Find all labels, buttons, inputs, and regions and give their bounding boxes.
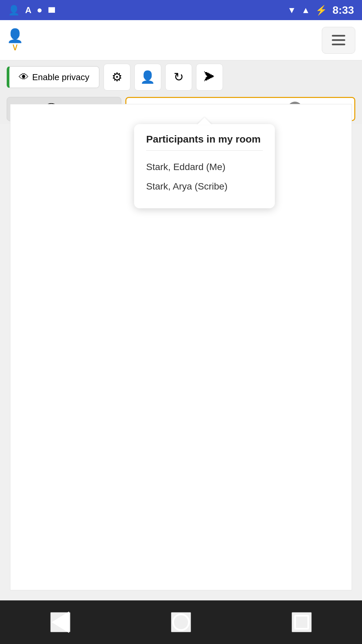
participant-item-2: Stark, Arya (Scribe) [146, 177, 263, 196]
exit-icon: ⮞ [203, 70, 216, 84]
person-status-icon: 👤 [8, 5, 20, 16]
logo-chevron-icon: ∨ [11, 41, 19, 53]
battery-icon: ⚡ [315, 5, 327, 16]
dropdown-arrow [197, 117, 212, 125]
signal-icon: ▲ [301, 5, 310, 15]
hamburger-lines [332, 35, 345, 45]
app-logo: 👤 ∨ [7, 28, 23, 53]
refresh-button[interactable]: ↻ [165, 64, 192, 91]
bottom-nav-bar [0, 600, 362, 644]
hamburger-menu-button[interactable] [322, 27, 355, 54]
settings-icon: ⚙ [112, 70, 122, 84]
toolbar: 👁 Enable privacy ⚙ 👤 ↻ ⮞ [0, 60, 362, 94]
back-icon [52, 611, 69, 633]
status-bar-right: ▼ ▲ ⚡ 8:33 [287, 4, 354, 16]
recent-icon [294, 615, 309, 630]
person-icon: 👤 [140, 70, 155, 84]
back-button[interactable] [50, 612, 70, 632]
grid-status-icon: ⯀ [48, 5, 56, 15]
hamburger-line-2 [332, 39, 345, 41]
dropdown-title: Participants in my room [146, 133, 263, 151]
person-button[interactable]: 👤 [134, 64, 161, 91]
a-status-icon: A [25, 5, 32, 15]
exit-button[interactable]: ⮞ [196, 64, 223, 91]
status-bar-left: 👤 A ● ⯀ [8, 5, 56, 16]
circle-status-icon: ● [37, 5, 43, 15]
participants-dropdown: Participants in my room Stark, Eddard (M… [134, 124, 275, 208]
hamburger-line-3 [332, 44, 345, 45]
recent-button[interactable] [292, 612, 312, 632]
home-icon [172, 613, 190, 631]
status-bar: 👤 A ● ⯀ ▼ ▲ ⚡ 8:33 [0, 0, 362, 20]
enable-privacy-button[interactable]: 👁 Enable privacy [7, 66, 100, 88]
refresh-icon: ↻ [174, 70, 184, 84]
top-nav: 👤 ∨ [0, 20, 362, 60]
eye-icon: 👁 [19, 71, 29, 83]
privacy-button-label: Enable privacy [32, 72, 89, 83]
settings-button[interactable]: ⚙ [104, 64, 130, 91]
hamburger-line-1 [332, 35, 345, 37]
home-button[interactable] [171, 612, 191, 632]
status-time: 8:33 [333, 4, 354, 16]
wifi-icon: ▼ [287, 5, 296, 15]
participant-item-1: Stark, Eddard (Me) [146, 157, 263, 177]
